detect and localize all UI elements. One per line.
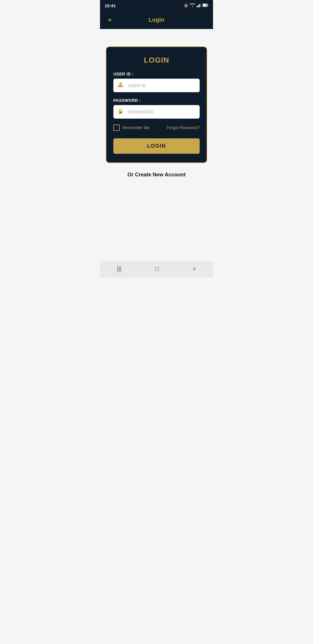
- user-icon: [117, 82, 124, 89]
- wifi-icon: [190, 3, 195, 8]
- or-create-text: Or Create New Account: [128, 172, 185, 178]
- mute-icon: 🔇: [184, 3, 188, 8]
- signal-icon: [196, 3, 201, 8]
- checkbox-row: Remember Me Forgot Password?: [113, 124, 200, 131]
- lock-icon: [117, 108, 124, 116]
- password-input-wrapper: [113, 105, 200, 119]
- header-title: Login: [149, 17, 164, 23]
- status-icons: 🔇: [184, 3, 208, 8]
- svg-rect-7: [206, 4, 207, 6]
- remember-me-checkbox[interactable]: [113, 124, 120, 131]
- svg-rect-1: [198, 5, 199, 7]
- nav-back-icon[interactable]: <: [193, 265, 196, 272]
- nav-bar: ||| □ <: [100, 261, 213, 277]
- svg-rect-5: [208, 5, 208, 6]
- nav-menu-icon[interactable]: |||: [117, 265, 121, 272]
- header: « Login: [100, 10, 213, 29]
- login-button[interactable]: LOGIN: [113, 138, 200, 154]
- forgot-password-link[interactable]: Forgot Password?: [167, 125, 200, 130]
- svg-point-8: [119, 82, 122, 85]
- battery-icon: [203, 3, 208, 8]
- userid-input[interactable]: [113, 79, 200, 92]
- svg-rect-3: [200, 3, 201, 7]
- login-card-title: LOGIN: [113, 56, 200, 65]
- status-time: 10:41: [105, 3, 116, 8]
- userid-input-wrapper: [113, 79, 200, 92]
- svg-rect-6: [203, 4, 207, 6]
- svg-rect-2: [199, 4, 200, 7]
- svg-rect-0: [196, 6, 197, 7]
- remember-me-text: Remember Me: [123, 125, 150, 130]
- login-card: LOGIN USER ID : PASSWORD :: [106, 46, 207, 163]
- password-label: PASSWORD :: [113, 98, 200, 103]
- status-bar: 10:41 🔇: [100, 0, 213, 10]
- userid-label: USER ID :: [113, 72, 200, 76]
- nav-home-icon[interactable]: □: [155, 265, 159, 272]
- remember-me-label[interactable]: Remember Me: [113, 124, 150, 131]
- back-button[interactable]: «: [106, 15, 114, 24]
- main-content: LOGIN USER ID : PASSWORD :: [100, 29, 213, 261]
- svg-point-10: [120, 112, 121, 113]
- password-input[interactable]: [113, 105, 200, 119]
